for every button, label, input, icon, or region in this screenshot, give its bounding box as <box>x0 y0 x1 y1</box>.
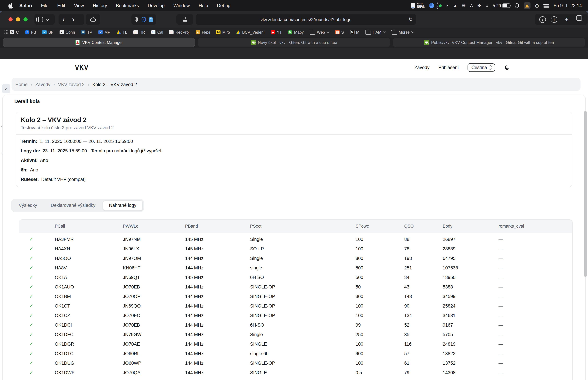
close-window-button[interactable] <box>8 17 13 21</box>
address-bar[interactable]: vkv.zdenda.com/contests/2/rounds/4?tab=l… <box>196 14 416 25</box>
table-row[interactable]: ✓OK1CZJO70EC144 MHzSINGLE-OP10013434681— <box>19 311 572 320</box>
table-row[interactable]: ✓HA3FMRJN97NM145 MHzSingle1008826897— <box>19 234 572 244</box>
cpu-pie-icon[interactable] <box>429 3 434 8</box>
cell-spowe: 0.5 <box>356 370 404 375</box>
favorite-m[interactable]: MM <box>350 30 359 34</box>
favorite-ham[interactable]: HAM <box>365 30 385 35</box>
favorite-bcv_vedení[interactable]: BCV_Vedení <box>236 30 265 34</box>
table-row[interactable]: ✓OK1DWFJO70QA144 MHzSINGLE0.57914308— <box>19 368 572 377</box>
menu-view[interactable]: View <box>74 3 84 8</box>
menu-develop[interactable]: Develop <box>148 3 165 8</box>
browser-tab-3[interactable]: Public/vkv: VKV Contest Manager - vkv - … <box>393 38 585 47</box>
menu-safari[interactable]: Safari <box>19 3 32 8</box>
favorite-fb[interactable]: fFB <box>25 30 36 34</box>
page-settings-button[interactable] <box>176 14 193 25</box>
table-row[interactable]: ✓OK1DUGJO60WP144 MHzSINGLE-OP1006113752— <box>19 358 572 368</box>
clock-icon[interactable]: ◷ <box>535 3 539 8</box>
breadcrumb-zavody[interactable]: Závody <box>35 82 50 87</box>
favorite-miro[interactable]: MMiro <box>216 30 230 34</box>
breadcrumb-contest[interactable]: VKV závod 2 <box>58 82 85 87</box>
favorite-redproj[interactable]: ∩RedProj <box>169 30 190 34</box>
favorite-web[interactable]: Web <box>310 30 329 35</box>
table-row[interactable]: ✓OK1BMJO70OP144 MHzSINGLE-OP30014834599— <box>19 292 572 301</box>
page-scrollbar[interactable] <box>584 111 587 277</box>
table-row[interactable]: ✓OK1CTJN69QQ144 MHzSINGLE-OP1009025824— <box>19 301 572 311</box>
tab-overview-button[interactable] <box>578 17 583 22</box>
dropbox-icon[interactable]: ❖ <box>477 3 481 8</box>
battery-indicator[interactable]: 5:29 <box>493 3 510 8</box>
favorite-cal[interactable]: 31Cal <box>151 30 163 34</box>
table-row[interactable]: ✓HA4XNJN96LX145 MHzSO-LP1007828889— <box>19 244 572 253</box>
favorite-hr[interactable]: pHR <box>133 30 145 34</box>
menu-help[interactable]: Help <box>199 3 208 8</box>
table-row[interactable]: ✓HA5OOJN97OM144 MHzSingle80019364795— <box>19 253 572 263</box>
table-row[interactable]: ✓OK1AUOJO70EB144 MHzSINGLE-OP50435388— <box>19 282 572 292</box>
favorite-mapy[interactable]: MMapy <box>288 30 304 34</box>
tab-nahrane-logy[interactable]: Nahrané logy <box>103 200 143 210</box>
paw-icon[interactable]: ∴ <box>470 3 473 8</box>
adguard-shield-icon[interactable] <box>141 17 146 22</box>
tab-vysledky[interactable]: Výsledky <box>13 200 43 210</box>
favorite-mp[interactable]: ✕MP <box>98 30 111 34</box>
apple-icon[interactable] <box>8 3 13 8</box>
triangle-app-icon[interactable]: ▲ <box>453 3 457 8</box>
table-row[interactable]: ✓OK1DCIJO70EB144 MHz6H-SO99529167— <box>19 320 572 330</box>
table-row[interactable]: ✓OK1AJN69QT145 MHz6H SO5003418950— <box>19 272 572 282</box>
site-logo[interactable]: VKV <box>75 63 89 72</box>
menu-bookmarks[interactable]: Bookmarks <box>116 3 139 8</box>
menu-window[interactable]: Window <box>173 3 190 8</box>
privacy-shield-icon[interactable] <box>134 17 139 22</box>
menu-history[interactable]: History <box>93 3 107 8</box>
circle-app-icon[interactable]: ○ <box>486 3 488 8</box>
nav-prihlaseni-link[interactable]: Přihlášení <box>438 65 459 70</box>
minimize-window-button[interactable] <box>16 17 20 21</box>
shield-icon[interactable] <box>515 3 519 8</box>
dark-mode-toggle[interactable] <box>504 64 510 71</box>
sen-indicator[interactable]: SEN <box>436 2 441 9</box>
favorite-tp[interactable]: TPTP <box>81 30 92 34</box>
favorite-flexi[interactable]: ∧Flexi <box>196 30 210 34</box>
favorite-conn[interactable]: ▲Conn <box>59 30 75 34</box>
table-row[interactable]: ✓OK1DXJN69SD145 MHzSINGLE25013635568— <box>19 377 572 380</box>
back-button[interactable]: ‹ <box>58 14 68 24</box>
reading-list-icon: ▤ <box>335 30 340 34</box>
favorite-morse[interactable]: Morse <box>392 30 414 35</box>
favorite-c[interactable]: ✳C <box>10 30 19 34</box>
table-row[interactable]: ✓OK1DFCJN79GW144 MHzSingle250355705— <box>19 330 572 339</box>
control-center-icon[interactable] <box>543 3 549 8</box>
forward-button[interactable]: › <box>68 14 78 24</box>
favorite-yt[interactable]: ▶YT <box>271 30 282 34</box>
sidebar-expander-button[interactable]: > <box>2 84 10 93</box>
nav-zavody-link[interactable]: Závody <box>415 65 430 70</box>
favorite-tl[interactable]: TL <box>116 30 127 34</box>
browser-tab-2[interactable]: Nový úkol - vkv - Gitea: Git with a cup … <box>198 38 390 47</box>
favorite-bf[interactable]: bfBF <box>42 30 53 34</box>
browser-tab-1[interactable]: VKV Contest Manager <box>3 38 195 47</box>
language-select[interactable]: Čeština <box>468 63 495 72</box>
downloads-button[interactable]: ↓ <box>539 16 546 23</box>
reload-icon[interactable]: ↻ <box>409 16 413 22</box>
ram-meter-icon[interactable] <box>411 3 415 8</box>
breadcrumb-home[interactable]: Home <box>15 82 28 87</box>
menubar-datetime[interactable]: Fri 9. 1. 22:14 <box>553 3 582 8</box>
table-row[interactable]: ✓OK1DGRJO70AE144 MHzSINGLE10011624819— <box>19 339 572 349</box>
table-row[interactable]: ✓OK1DTCJO60RL144 MHzsingle 6h9005713822— <box>19 349 572 358</box>
menu-file[interactable]: File <box>41 3 49 8</box>
favorites-grid-icon[interactable] <box>4 30 8 34</box>
chevron-down-icon[interactable] <box>46 17 50 21</box>
menu-edit[interactable]: Edit <box>57 3 65 8</box>
favorite-s[interactable]: ▤S <box>335 30 344 34</box>
sidebar-icon[interactable] <box>37 17 43 22</box>
menu-debug[interactable]: Debug <box>217 3 230 8</box>
icloud-tabs-button[interactable] <box>86 14 100 25</box>
watch-alert-icon[interactable]: ◔ <box>446 3 449 8</box>
cell-pwwlo: JN97OM <box>123 256 185 261</box>
tab-deklarovane-vysledky[interactable]: Deklarované výsledky <box>45 200 102 210</box>
zoom-window-button[interactable] <box>23 17 28 21</box>
openai-icon[interactable]: ✳ <box>462 3 466 8</box>
table-row[interactable]: ✓HA8VKN06HT144 MHzsingle500251107538— <box>19 263 572 272</box>
ghostery-icon[interactable] <box>149 17 153 22</box>
new-tab-button[interactable]: + <box>563 16 570 23</box>
info-button[interactable]: i <box>551 16 557 23</box>
warning-icon[interactable] <box>524 2 531 9</box>
